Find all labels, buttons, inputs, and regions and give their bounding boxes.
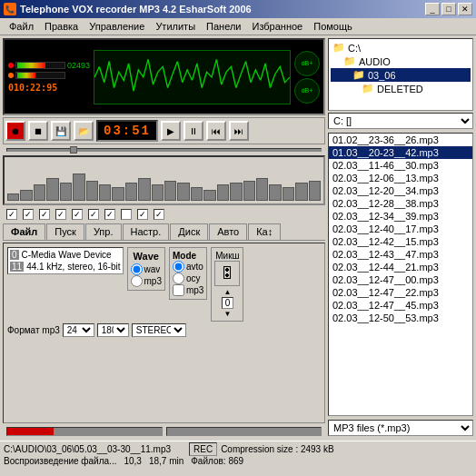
- transport-stop[interactable]: ⏹: [28, 121, 48, 141]
- ocu-radio[interactable]: [173, 273, 184, 284]
- status-row-1: C:\AUDIO\03_06\05.03__03-30__11.mp3 REC …: [4, 442, 472, 456]
- transport-save[interactable]: 💾: [51, 121, 71, 141]
- cb-item-10[interactable]: ✓: [154, 209, 164, 220]
- checkbox-7[interactable]: ✓: [104, 209, 115, 220]
- mix-up[interactable]: ▲: [223, 288, 231, 296]
- file-item[interactable]: 01.02__23-36__26.mp3: [329, 134, 472, 146]
- tab-start[interactable]: Пуск: [46, 223, 84, 240]
- cb-item-3[interactable]: ✓: [39, 209, 50, 220]
- file-item[interactable]: 02.03__12-47__00.mp3: [329, 273, 472, 286]
- status-files: Файлов: 869: [191, 456, 243, 466]
- db-meter-1: dB+: [294, 51, 320, 76]
- cb-item-1[interactable]: ✓: [6, 209, 17, 220]
- checkbox-10[interactable]: ✓: [154, 209, 164, 220]
- db-meters: dB+ dB+: [294, 51, 320, 104]
- mix-label: Микш: [214, 251, 240, 261]
- file-item-selected[interactable]: 01.03__20-23__42.mp3: [329, 146, 472, 159]
- mp3-checkbox[interactable]: [173, 284, 184, 296]
- transport-prev[interactable]: ⏮: [206, 121, 226, 141]
- tab-file[interactable]: Файл: [3, 223, 45, 240]
- cb-item-4[interactable]: ✓: [55, 209, 66, 220]
- freq-index: 11: [10, 262, 24, 272]
- vu-row-2: [8, 72, 65, 79]
- file-item[interactable]: 02.03__12-50__53.mp3: [329, 312, 472, 324]
- menu-utils[interactable]: Утилиты: [150, 20, 201, 33]
- slider-thumb[interactable]: [70, 146, 77, 154]
- ocu-label: осу: [186, 273, 201, 283]
- transport-area: ⏺ ⏹ 💾 📂 03:51 ▶ ⏸ ⏮ ⏭: [3, 117, 325, 144]
- checkbox-5[interactable]: ✓: [72, 209, 83, 220]
- status-compression: Compression size : 2493 kB: [221, 444, 334, 454]
- cb-item-8[interactable]: [121, 209, 132, 220]
- file-item[interactable]: 02.03__12-40__17.mp3: [329, 223, 472, 235]
- menu-favorites[interactable]: Избранное: [246, 20, 308, 33]
- tab-auto[interactable]: Авто: [209, 223, 247, 240]
- wav-radio[interactable]: [131, 263, 143, 275]
- checkbox-8[interactable]: [121, 209, 132, 220]
- checkbox-3[interactable]: ✓: [39, 209, 50, 220]
- file-item[interactable]: 02.03__12-20__34.mp3: [329, 184, 472, 197]
- drive-select[interactable]: C: []: [328, 113, 473, 129]
- transport-pause[interactable]: ⏸: [183, 121, 203, 141]
- progress-bar-2[interactable]: [166, 427, 322, 436]
- tree-03-06[interactable]: 📁 03_06: [331, 68, 471, 82]
- file-item[interactable]: 02.03__12-06__13.mp3: [329, 172, 472, 184]
- cb-item-5[interactable]: ✓: [72, 209, 83, 220]
- file-item[interactable]: 02.03__12-42__15.mp3: [329, 235, 472, 248]
- checkbox-4[interactable]: ✓: [55, 209, 66, 220]
- file-item[interactable]: 02.03__12-44__21.mp3: [329, 261, 472, 273]
- transport-record[interactable]: ⏺: [5, 121, 25, 141]
- mix-value[interactable]: 0: [222, 297, 234, 309]
- menu-panels[interactable]: Панели: [201, 20, 246, 33]
- mixer-icon[interactable]: 🎛: [214, 261, 240, 286]
- tree-deleted[interactable]: 📁 DELETED: [331, 82, 471, 95]
- file-item[interactable]: 02.03__12-43__47.mp3: [329, 248, 472, 261]
- transport-open[interactable]: 📂: [74, 121, 94, 141]
- close-button[interactable]: ✕: [458, 3, 472, 15]
- cb-item-9[interactable]: ✓: [137, 209, 148, 220]
- file-item[interactable]: 02.03__12-28__38.mp3: [329, 197, 472, 210]
- menu-edit[interactable]: Правка: [39, 20, 84, 33]
- cb-item-7[interactable]: ✓: [104, 209, 115, 220]
- avto-radio[interactable]: [173, 261, 184, 273]
- tree-folder-icon-audio: 📁: [343, 55, 356, 67]
- file-type-select[interactable]: MP3 files (*.mp3): [328, 420, 473, 436]
- tree-folder-icon-del: 📁: [362, 83, 374, 94]
- mp3-label: mp3: [144, 276, 162, 286]
- file-item[interactable]: 02.03__12-47__45.mp3: [329, 299, 472, 312]
- bitrate-select[interactable]: 24: [63, 323, 94, 337]
- file-item[interactable]: 02.03__12-34__39.mp3: [329, 210, 472, 223]
- status-time2: 18,7 min: [149, 456, 183, 466]
- checkbox-6[interactable]: ✓: [88, 209, 99, 220]
- window-title: Telephone VOX recorder MP3 4.2 EsharSoft…: [20, 4, 252, 15]
- mp3-check-label: mp3: [186, 285, 203, 295]
- tree-audio[interactable]: 📁 AUDIO: [331, 55, 471, 68]
- file-list[interactable]: 01.02__23-36__26.mp3 01.03__20-23__42.mp…: [328, 133, 473, 416]
- transport-play[interactable]: ▶: [161, 121, 181, 141]
- checkbox-1[interactable]: ✓: [6, 209, 17, 220]
- tree-root[interactable]: 📁 C:\: [331, 41, 471, 55]
- menu-help[interactable]: Помощь: [308, 20, 358, 33]
- mp3-radio[interactable]: [131, 275, 143, 287]
- minimize-button[interactable]: _: [425, 3, 440, 15]
- format-label: Формат mp3: [7, 325, 60, 335]
- stereo-select[interactable]: STEREO: [132, 323, 186, 337]
- checkbox-9[interactable]: ✓: [137, 209, 148, 220]
- tab-settings[interactable]: Настр.: [123, 223, 170, 240]
- menu-file[interactable]: Файл: [4, 20, 39, 33]
- cb-item-6[interactable]: ✓: [88, 209, 99, 220]
- kbps-select[interactable]: 180: [97, 323, 129, 337]
- checkbox-2[interactable]: ✓: [23, 209, 34, 220]
- progress-bar-1[interactable]: [6, 427, 163, 436]
- file-item[interactable]: 02.03__12-47__22.mp3: [329, 286, 472, 299]
- transport-next[interactable]: ⏭: [229, 121, 249, 141]
- tab-disk[interactable]: Диск: [170, 223, 208, 240]
- tab-control[interactable]: Упр.: [85, 223, 122, 240]
- maximize-button[interactable]: □: [441, 3, 456, 15]
- menu-control[interactable]: Управление: [84, 20, 150, 33]
- file-item[interactable]: 02.03__11-46__30.mp3: [329, 159, 472, 172]
- tab-extra[interactable]: Ка↕: [248, 223, 281, 240]
- cb-item-2[interactable]: ✓: [23, 209, 34, 220]
- position-slider[interactable]: [6, 148, 322, 152]
- mix-down[interactable]: ▼: [223, 310, 231, 318]
